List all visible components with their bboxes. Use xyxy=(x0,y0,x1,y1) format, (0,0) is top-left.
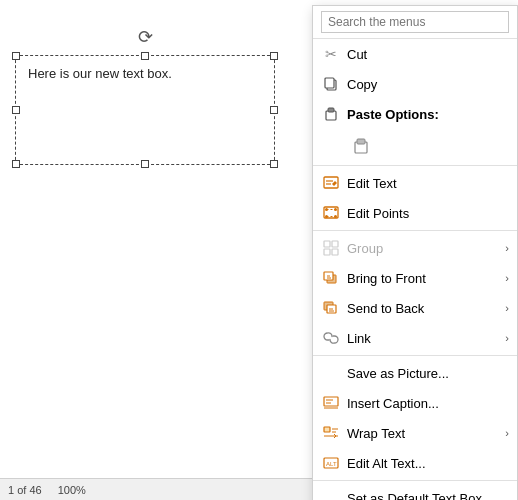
menu-item-group[interactable]: Group › xyxy=(313,233,517,263)
paste-option-default[interactable] xyxy=(347,133,375,159)
menu-item-set-default[interactable]: Set as Default Text Box xyxy=(313,483,517,500)
svg-rect-16 xyxy=(324,241,330,247)
menu-item-cut[interactable]: ✂ Cut xyxy=(313,39,517,69)
scissors-icon: ✂ xyxy=(321,44,341,64)
copy-label: Copy xyxy=(347,77,509,92)
textbox-text: Here is our new text box. xyxy=(16,56,274,91)
paste-options-label: Paste Options: xyxy=(347,107,509,122)
divider-1 xyxy=(313,165,517,166)
handle-mid-right[interactable] xyxy=(270,106,278,114)
svg-rect-5 xyxy=(357,139,365,144)
svg-rect-28 xyxy=(324,397,338,406)
handle-mid-left[interactable] xyxy=(12,106,20,114)
edit-alt-text-label: Edit Alt Text... xyxy=(347,456,509,471)
handle-top-right[interactable] xyxy=(270,52,278,60)
menu-item-save-as-picture[interactable]: Save as Picture... xyxy=(313,358,517,388)
edit-text-label: Edit Text xyxy=(347,176,509,191)
wrap-text-arrow: › xyxy=(505,427,509,439)
canvas-area: ⟳ Here is our new text box. xyxy=(0,0,310,500)
handle-top-left[interactable] xyxy=(12,52,20,60)
paste-icons-row xyxy=(313,129,517,163)
menu-item-edit-points[interactable]: Edit Points xyxy=(313,198,517,228)
search-box-container xyxy=(313,6,517,39)
alt-text-icon: ALT xyxy=(321,453,341,473)
edit-points-label: Edit Points xyxy=(347,206,509,221)
textbox-border: ⟳ Here is our new text box. xyxy=(15,55,275,165)
send-back-icon xyxy=(321,298,341,318)
save-as-picture-label: Save as Picture... xyxy=(347,366,509,381)
handle-top-mid[interactable] xyxy=(141,52,149,60)
link-arrow: › xyxy=(505,332,509,344)
menu-item-copy[interactable]: Copy xyxy=(313,69,517,99)
edit-text-icon xyxy=(321,173,341,193)
bring-front-icon xyxy=(321,268,341,288)
svg-rect-3 xyxy=(328,108,334,112)
svg-rect-19 xyxy=(332,249,338,255)
wrap-text-label: Wrap Text xyxy=(347,426,505,441)
menu-item-edit-text[interactable]: Edit Text xyxy=(313,168,517,198)
copy-icon xyxy=(321,74,341,94)
menu-item-insert-caption[interactable]: Insert Caption... xyxy=(313,388,517,418)
paste-icon xyxy=(321,104,341,124)
set-default-icon xyxy=(321,488,341,500)
svg-rect-17 xyxy=(332,241,338,247)
divider-3 xyxy=(313,355,517,356)
context-menu: ✂ Cut Copy Paste Options: xyxy=(312,5,518,500)
send-to-back-label: Send to Back xyxy=(347,301,505,316)
textbox-container[interactable]: ⟳ Here is our new text box. xyxy=(15,55,275,165)
divider-2 xyxy=(313,230,517,231)
handle-bot-left[interactable] xyxy=(12,160,20,168)
handle-bot-mid[interactable] xyxy=(141,160,149,168)
bring-front-arrow: › xyxy=(505,272,509,284)
bring-to-front-label: Bring to Front xyxy=(347,271,505,286)
svg-text:ALT: ALT xyxy=(326,461,337,467)
menu-item-bring-to-front[interactable]: Bring to Front › xyxy=(313,263,517,293)
zoom-level: 100% xyxy=(58,484,86,496)
rotate-handle[interactable]: ⟳ xyxy=(138,26,153,48)
link-label: Link xyxy=(347,331,505,346)
svg-rect-18 xyxy=(324,249,330,255)
set-default-label: Set as Default Text Box xyxy=(347,491,509,501)
save-picture-icon xyxy=(321,363,341,383)
menu-item-edit-alt-text[interactable]: ALT Edit Alt Text... xyxy=(313,448,517,478)
caption-icon xyxy=(321,393,341,413)
svg-rect-1 xyxy=(325,78,334,88)
group-label: Group xyxy=(347,241,505,256)
edit-points-icon xyxy=(321,203,341,223)
menu-item-link[interactable]: Link › xyxy=(313,323,517,353)
menu-item-wrap-text[interactable]: Wrap Text › xyxy=(313,418,517,448)
page-info: 1 of 46 xyxy=(8,484,42,496)
menu-item-paste-options[interactable]: Paste Options: xyxy=(313,99,517,129)
group-icon xyxy=(321,238,341,258)
send-back-arrow: › xyxy=(505,302,509,314)
group-arrow: › xyxy=(505,242,509,254)
handle-bot-right[interactable] xyxy=(270,160,278,168)
svg-rect-32 xyxy=(324,427,330,432)
divider-4 xyxy=(313,480,517,481)
menu-item-send-to-back[interactable]: Send to Back › xyxy=(313,293,517,323)
cut-label: Cut xyxy=(347,47,509,62)
wrap-text-icon xyxy=(321,423,341,443)
search-input[interactable] xyxy=(321,11,509,33)
insert-caption-label: Insert Caption... xyxy=(347,396,509,411)
link-icon xyxy=(321,328,341,348)
